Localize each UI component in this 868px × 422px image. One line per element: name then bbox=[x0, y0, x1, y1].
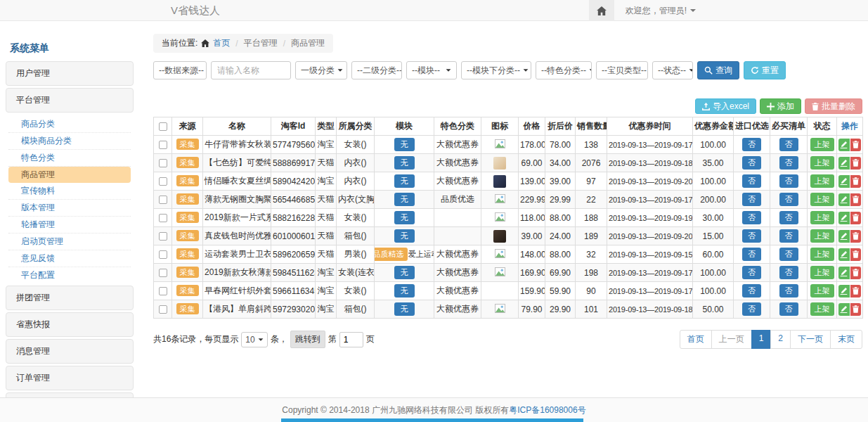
must-buy-toggle[interactable]: 否 bbox=[779, 193, 798, 206]
select-all-checkbox[interactable] bbox=[159, 122, 167, 131]
edit-button[interactable] bbox=[838, 157, 850, 170]
sidebar-item-7[interactable]: 版本管理 bbox=[8, 200, 131, 217]
edit-button[interactable] bbox=[838, 139, 850, 151]
edit-button[interactable] bbox=[838, 193, 850, 206]
user-menu[interactable]: 欢迎您，管理员! bbox=[626, 5, 696, 17]
delete-button[interactable] bbox=[850, 285, 862, 298]
delete-button[interactable] bbox=[850, 248, 862, 261]
add-button[interactable]: 添加 bbox=[760, 98, 801, 114]
jump-page-input[interactable] bbox=[339, 332, 363, 347]
edit-button[interactable] bbox=[838, 267, 850, 279]
page-button-末页[interactable]: 末页 bbox=[830, 330, 862, 349]
row-checkbox[interactable] bbox=[159, 214, 167, 222]
delete-button[interactable] bbox=[850, 212, 862, 224]
data-source-select[interactable]: --数据来源-- bbox=[153, 61, 207, 79]
page-button-1[interactable]: 1 bbox=[751, 330, 772, 349]
delete-button[interactable] bbox=[850, 267, 862, 279]
sidebar-item-10[interactable]: 意见反馈 bbox=[8, 250, 131, 267]
status-button[interactable]: 上架 bbox=[810, 248, 834, 261]
import-select-toggle[interactable]: 否 bbox=[742, 174, 761, 188]
row-checkbox[interactable] bbox=[159, 269, 167, 277]
must-buy-toggle[interactable]: 否 bbox=[779, 229, 798, 243]
page-size-select[interactable]: 10 bbox=[241, 332, 267, 347]
row-checkbox[interactable] bbox=[159, 177, 167, 186]
delete-button[interactable] bbox=[850, 175, 862, 188]
import-select-toggle[interactable]: 否 bbox=[742, 193, 761, 206]
sidebar-item-8[interactable]: 轮播管理 bbox=[8, 217, 131, 234]
module-subcategory-select[interactable]: --模块下分类-- bbox=[461, 61, 531, 79]
status-button[interactable]: 上架 bbox=[810, 193, 834, 206]
must-buy-toggle[interactable]: 否 bbox=[779, 302, 798, 316]
delete-button[interactable] bbox=[850, 303, 862, 316]
delete-button[interactable] bbox=[850, 193, 862, 206]
must-buy-toggle[interactable]: 否 bbox=[779, 284, 798, 298]
sidebar-item-11[interactable]: 平台配置 bbox=[8, 267, 131, 283]
status-button[interactable]: 上架 bbox=[810, 138, 834, 151]
row-checkbox[interactable] bbox=[159, 305, 167, 314]
sidebar-group-12[interactable]: 拼团管理 bbox=[6, 286, 134, 310]
sidebar-group-0[interactable]: 用户管理 bbox=[6, 61, 134, 86]
row-checkbox[interactable] bbox=[159, 287, 167, 295]
row-checkbox[interactable] bbox=[159, 141, 167, 149]
search-button[interactable]: 查询 bbox=[697, 61, 739, 79]
breadcrumb-home-link[interactable]: 首页 bbox=[213, 37, 230, 49]
import-select-toggle[interactable]: 否 bbox=[742, 211, 761, 224]
import-excel-button[interactable]: 导入excel bbox=[695, 98, 756, 114]
import-select-toggle[interactable]: 否 bbox=[742, 229, 761, 243]
delete-button[interactable] bbox=[850, 139, 862, 151]
page-button-首页[interactable]: 首页 bbox=[680, 330, 712, 349]
import-select-toggle[interactable]: 否 bbox=[742, 302, 761, 316]
sidebar-item-3[interactable]: 模块商品分类 bbox=[8, 133, 131, 150]
edit-button[interactable] bbox=[838, 285, 850, 298]
sidebar-group-16[interactable]: 兑换管理 bbox=[6, 392, 134, 397]
status-button[interactable]: 上架 bbox=[810, 174, 834, 188]
home-button[interactable] bbox=[589, 0, 614, 21]
edit-button[interactable] bbox=[838, 212, 850, 224]
import-select-toggle[interactable]: 否 bbox=[742, 138, 761, 151]
status-select[interactable]: --状态-- bbox=[652, 61, 693, 79]
edit-button[interactable] bbox=[838, 175, 850, 188]
status-button[interactable]: 上架 bbox=[810, 284, 834, 298]
sidebar-group-13[interactable]: 省惠快报 bbox=[6, 312, 134, 337]
reset-button[interactable]: 重置 bbox=[744, 61, 786, 79]
edit-button[interactable] bbox=[838, 248, 850, 261]
delete-button[interactable] bbox=[850, 230, 862, 243]
status-button[interactable]: 上架 bbox=[810, 156, 834, 170]
jump-button[interactable]: 跳转到 bbox=[290, 331, 325, 348]
must-buy-toggle[interactable]: 否 bbox=[779, 156, 798, 170]
import-select-toggle[interactable]: 否 bbox=[742, 266, 761, 279]
edit-button[interactable] bbox=[838, 303, 850, 316]
sidebar-item-5[interactable]: 商品管理 bbox=[8, 167, 131, 183]
row-checkbox[interactable] bbox=[159, 232, 167, 241]
page-button-2[interactable]: 2 bbox=[770, 330, 791, 349]
sidebar-group-1[interactable]: 平台管理 bbox=[6, 88, 134, 113]
icp-link[interactable]: 粤ICP备16098006号 bbox=[509, 404, 585, 416]
sidebar-item-9[interactable]: 启动页管理 bbox=[8, 234, 131, 250]
must-buy-toggle[interactable]: 否 bbox=[779, 266, 798, 279]
must-buy-toggle[interactable]: 否 bbox=[779, 138, 798, 151]
page-button-下一页[interactable]: 下一页 bbox=[790, 330, 831, 349]
must-buy-toggle[interactable]: 否 bbox=[779, 174, 798, 188]
sidebar-group-15[interactable]: 订单管理 bbox=[6, 366, 134, 390]
status-button[interactable]: 上架 bbox=[810, 211, 834, 224]
batch-delete-button[interactable]: 批量删除 bbox=[805, 98, 862, 114]
import-select-toggle[interactable]: 否 bbox=[742, 248, 761, 261]
status-button[interactable]: 上架 bbox=[810, 302, 834, 316]
level2-category-select[interactable]: --二级分类-- bbox=[351, 61, 402, 79]
status-button[interactable]: 上架 bbox=[810, 266, 834, 279]
edit-button[interactable] bbox=[838, 230, 850, 243]
sidebar-item-2[interactable]: 商品分类 bbox=[8, 116, 131, 133]
row-checkbox[interactable] bbox=[159, 196, 167, 204]
level1-category-select[interactable]: 一级分类 bbox=[295, 61, 347, 79]
import-select-toggle[interactable]: 否 bbox=[742, 156, 761, 170]
sidebar-group-14[interactable]: 消息管理 bbox=[6, 339, 134, 364]
must-buy-toggle[interactable]: 否 bbox=[779, 211, 798, 224]
sidebar-item-6[interactable]: 宣传物料 bbox=[8, 183, 131, 200]
feature-category-select[interactable]: --特色分类-- bbox=[536, 61, 592, 79]
module-select[interactable]: --模块-- bbox=[406, 61, 457, 79]
row-checkbox[interactable] bbox=[159, 159, 167, 167]
sidebar-item-4[interactable]: 特色分类 bbox=[8, 150, 131, 167]
item-type-select[interactable]: --宝贝类型-- bbox=[596, 61, 648, 79]
must-buy-toggle[interactable]: 否 bbox=[779, 248, 798, 261]
delete-button[interactable] bbox=[850, 157, 862, 170]
